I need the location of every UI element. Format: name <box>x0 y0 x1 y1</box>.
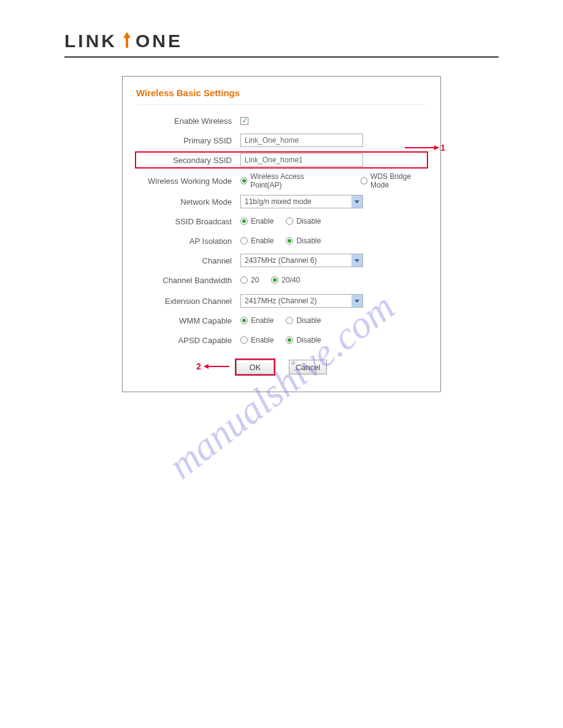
radio-wmm-enable[interactable]: Enable <box>240 316 274 325</box>
radio-dot-icon <box>286 218 293 225</box>
label-network-mode: Network Mode <box>136 197 240 207</box>
label-secondary-ssid: Secondary SSID <box>136 156 240 165</box>
label-wmm: WMM Capable <box>136 316 240 325</box>
radio-isolation-disable[interactable]: Disable <box>286 237 321 245</box>
label-bandwidth: Channel Bandwidth <box>136 276 240 285</box>
brand-text-2: ONE <box>136 31 183 51</box>
arrow-right-icon <box>405 147 438 148</box>
radio-dot-icon <box>286 237 293 245</box>
brand-text-1: LINK <box>64 31 117 51</box>
radio-working-mode-ap[interactable]: Wireless Access Point(AP) <box>240 172 331 189</box>
radio-dot-icon <box>286 317 293 324</box>
chevron-down-icon <box>351 254 362 267</box>
brand-logo: LINK ONE <box>64 31 499 51</box>
label-ap-isolation: AP Isolation <box>136 237 240 246</box>
radio-dot-icon <box>286 336 293 344</box>
select-channel[interactable]: 2437MHz (Channel 6) <box>240 254 363 267</box>
radio-dot-icon <box>240 218 248 225</box>
radio-dot-icon <box>240 237 248 245</box>
radio-dot-icon <box>240 177 247 184</box>
label-enable-wireless: Enable Wireless <box>136 116 240 126</box>
input-secondary-ssid[interactable] <box>240 153 363 167</box>
header-rule <box>64 56 499 58</box>
radio-isolation-enable[interactable]: Enable <box>240 237 274 245</box>
label-channel: Channel <box>136 256 240 265</box>
label-apsd: APSD Capable <box>136 336 240 345</box>
checkbox-enable-wireless[interactable]: ✓ <box>240 117 248 125</box>
radio-working-mode-wds[interactable]: WDS Bridge Mode <box>361 172 427 189</box>
label-primary-ssid: Primary SSID <box>136 136 240 145</box>
chevron-down-icon <box>351 295 362 307</box>
radio-apsd-enable[interactable]: Enable <box>240 336 274 344</box>
cancel-button[interactable]: Cancel <box>289 360 327 374</box>
radio-broadcast-enable[interactable]: Enable <box>240 217 274 226</box>
radio-dot-icon <box>271 276 278 284</box>
radio-dot-icon <box>361 177 367 184</box>
arrow-right-icon <box>205 366 229 367</box>
radio-bw-20[interactable]: 20 <box>240 276 259 284</box>
callout-2: 2 <box>196 362 229 371</box>
label-ext-channel: Extension Channel <box>136 297 240 306</box>
radio-bw-2040[interactable]: 20/40 <box>271 276 300 284</box>
radio-dot-icon <box>240 336 248 344</box>
panel-title: Wireless Basic Settings <box>136 88 427 105</box>
select-ext-channel[interactable]: 2417MHz (Channel 2) <box>240 294 363 308</box>
arrow-icon <box>118 32 134 50</box>
ok-button[interactable]: OK <box>236 360 274 374</box>
radio-wmm-disable[interactable]: Disable <box>286 316 321 325</box>
settings-panel: Wireless Basic Settings Enable Wireless … <box>122 76 441 392</box>
radio-apsd-disable[interactable]: Disable <box>286 336 321 344</box>
radio-dot-icon <box>240 317 248 324</box>
label-working-mode: Wireless Working Mode <box>136 176 240 186</box>
input-primary-ssid[interactable] <box>240 134 363 147</box>
select-network-mode[interactable]: 11b/g/n mixed mode <box>240 195 363 208</box>
label-ssid-broadcast: SSID Broadcast <box>136 217 240 226</box>
radio-dot-icon <box>240 276 248 284</box>
callout-1: 1 <box>405 143 445 153</box>
radio-broadcast-disable[interactable]: Disable <box>286 217 321 226</box>
chevron-down-icon <box>351 195 362 208</box>
